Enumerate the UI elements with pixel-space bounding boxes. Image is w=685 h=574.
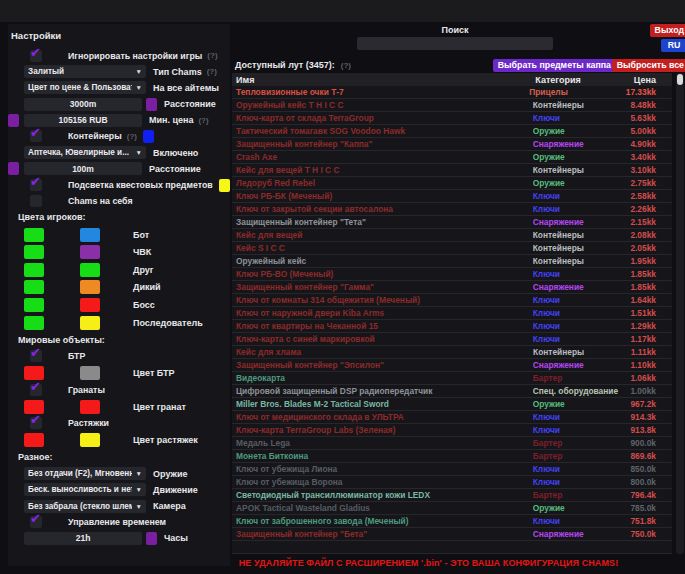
- table-row[interactable]: Монета БиткоинаБартер869.6k: [232, 450, 672, 463]
- table-row[interactable]: Защищенный контейнер "Гамма"Снаряжение1.…: [232, 281, 672, 294]
- color-swatch[interactable]: [80, 263, 100, 277]
- language-button[interactable]: RU: [661, 39, 685, 52]
- color-swatch[interactable]: [80, 316, 100, 330]
- color-swatch[interactable]: [80, 245, 100, 259]
- table-row[interactable]: Ледоруб Red RebelОружие2.75kk: [232, 177, 672, 190]
- settings-row: Залитый▼Тип Chams(?): [8, 65, 230, 78]
- value-input[interactable]: [24, 532, 142, 545]
- table-row[interactable]: Ключ РБ-БК (Меченый)Ключи2.58kk: [232, 190, 672, 203]
- table-row[interactable]: Miller Bros. Blades M-2 Tactical SwordОр…: [232, 398, 672, 411]
- color-swatch[interactable]: [80, 228, 100, 242]
- discard-all-button[interactable]: Выбросить все: [612, 59, 685, 72]
- table-row[interactable]: Защищенный контейнер "Бета"Снаряжение750…: [232, 528, 672, 541]
- table-row[interactable]: Ключ от закрытой секции автосалонаКлючи2…: [232, 203, 672, 216]
- color-swatch[interactable]: [24, 366, 44, 380]
- column-header-price[interactable]: Цена: [634, 75, 672, 85]
- table-row[interactable]: Тактический томагавк SOG Voodoo HawkОруж…: [232, 125, 672, 138]
- table-row[interactable]: Оружейный кейс T H I C CКонтейнеры8.48kk: [232, 99, 672, 112]
- checkbox[interactable]: ✔: [30, 179, 42, 191]
- table-row[interactable]: Ключ от убежища ЛионаКлючи850.0k: [232, 463, 672, 476]
- setting-label: Мин. цена: [149, 115, 193, 125]
- table-row[interactable]: Ключ-карта от склада TerraGroupКлючи5.63…: [232, 112, 672, 125]
- dropdown[interactable]: Беск. выносливость и нет уста:▼: [24, 483, 146, 496]
- loot-item-category: Контейнеры: [533, 347, 631, 357]
- table-row[interactable]: Ключ от заброшенного завода (Меченый)Клю…: [232, 515, 672, 528]
- table-row[interactable]: Защищенный контейнер "Каппа"Снаряжение4.…: [232, 138, 672, 151]
- loot-item-category: Контейнеры: [533, 230, 631, 240]
- dropdown[interactable]: Аптечка, Ювелирные и...▼: [24, 146, 146, 159]
- dropdown[interactable]: Залитый▼: [24, 65, 146, 78]
- color-swatch[interactable]: [80, 400, 100, 414]
- table-row[interactable]: Ключ РБ-ВО (Меченый)Ключи1.85kk: [232, 268, 672, 281]
- table-row[interactable]: Кейс S I C CКонтейнеры2.05kk: [232, 242, 672, 255]
- value-input[interactable]: [24, 162, 142, 175]
- checkbox[interactable]: ✔: [30, 384, 42, 396]
- color-swatch[interactable]: [24, 298, 44, 312]
- table-row[interactable]: [232, 541, 672, 554]
- color-swatch[interactable]: [80, 433, 100, 447]
- color-swatch[interactable]: [24, 280, 44, 294]
- table-row[interactable]: Ключ-карта с синей маркировкойКлючи1.17k…: [232, 333, 672, 346]
- table-row[interactable]: Ключ от квартиры на Чеканной 15Ключи1.29…: [232, 320, 672, 333]
- checkbox-label: Подсветка квестовых предметов: [68, 180, 213, 190]
- table-row[interactable]: Кейс для хламаКонтейнеры1.11kk: [232, 346, 672, 359]
- value-input[interactable]: [24, 98, 142, 111]
- exit-button[interactable]: Выход: [650, 24, 685, 37]
- color-swatch[interactable]: [143, 130, 154, 143]
- table-row[interactable]: Светодиодный трансиллюминатор кожи LEDXБ…: [232, 489, 672, 502]
- checkbox[interactable]: ✔: [30, 130, 42, 142]
- color-swatch[interactable]: [80, 366, 100, 380]
- color-swatch[interactable]: [8, 114, 19, 127]
- dropdown[interactable]: Без забрала (стекло шлема)▼: [24, 500, 146, 513]
- color-swatch[interactable]: [80, 280, 100, 294]
- search-input[interactable]: [357, 37, 553, 50]
- loot-scrollbar-thumb[interactable]: [677, 74, 683, 85]
- table-row[interactable]: Кейс для вещей T H I C CКонтейнеры3.10kk: [232, 164, 672, 177]
- table-row[interactable]: APOK Tactical Wasteland GladiusОружие785…: [232, 502, 672, 515]
- hint-icon[interactable]: (?): [207, 67, 217, 76]
- settings-row: Без отдачи (F2), Мгновенное п▼Оружие: [8, 467, 230, 480]
- checkbox[interactable]: ✔: [30, 417, 42, 429]
- table-row[interactable]: Кейс для вещейКонтейнеры2.08kk: [232, 229, 672, 242]
- value-input[interactable]: [24, 114, 142, 127]
- color-swatch[interactable]: [24, 245, 44, 259]
- checkbox[interactable]: [30, 195, 42, 207]
- checkbox[interactable]: ✔: [30, 50, 42, 62]
- table-row[interactable]: Ключ от медицинского склада в УЛЬТРАКлюч…: [232, 411, 672, 424]
- select-kappa-items-button[interactable]: Выбрать предметы каппа: [493, 59, 616, 72]
- checkbox[interactable]: ✔: [30, 516, 42, 528]
- color-swatch[interactable]: [24, 316, 44, 330]
- loot-count-label: Доступный лут (3457):(?): [235, 60, 351, 70]
- table-row[interactable]: Медаль LegaБартер900.0k: [232, 437, 672, 450]
- table-row[interactable]: Защищенный контейнер "Тета"Снаряжение2.1…: [232, 216, 672, 229]
- color-swatch[interactable]: [219, 179, 230, 192]
- table-row[interactable]: ВидеокартаБартер1.06kk: [232, 372, 672, 385]
- dropdown[interactable]: Цвет по цене & Пользователь▼: [24, 81, 146, 94]
- table-row[interactable]: Ключ от наружной двери Kiba ArmsКлючи1.5…: [232, 307, 672, 320]
- table-row[interactable]: Защищенный контейнер "Эпсилон"Снаряжение…: [232, 359, 672, 372]
- color-swatch[interactable]: [8, 162, 19, 175]
- color-swatch[interactable]: [80, 298, 100, 312]
- table-row[interactable]: Оружейный кейсКонтейнеры1.95kk: [232, 255, 672, 268]
- color-swatch[interactable]: [146, 532, 157, 545]
- checkbox-label: Игнорировать настройки игры: [68, 51, 202, 61]
- table-row[interactable]: Ключ от убежища ВоронаКлючи800.0k: [232, 476, 672, 489]
- table-row[interactable]: Цифровой защищенный DSP радиопередатчикС…: [232, 385, 672, 398]
- color-swatch[interactable]: [146, 98, 157, 111]
- dropdown[interactable]: Без отдачи (F2), Мгновенное п▼: [24, 467, 146, 480]
- hint-icon[interactable]: (?): [198, 116, 208, 125]
- color-swatch[interactable]: [24, 433, 44, 447]
- column-header-category[interactable]: Категория: [535, 75, 634, 85]
- table-row[interactable]: Ключ от комнаты 314 общежития (Меченый)К…: [232, 294, 672, 307]
- table-row[interactable]: Crash AxeОружие3.40kk: [232, 151, 672, 164]
- loot-scrollbar[interactable]: [676, 73, 684, 554]
- checkmark-icon: ✔: [30, 175, 41, 188]
- hint-icon[interactable]: (?): [207, 51, 217, 60]
- color-swatch[interactable]: [24, 263, 44, 277]
- hint-icon[interactable]: (?): [127, 132, 137, 141]
- color-swatch[interactable]: [24, 228, 44, 242]
- table-row[interactable]: Ключ-карта TerraGroup Labs (Зеленая)Ключ…: [232, 424, 672, 437]
- table-row[interactable]: Тепловизионные очки Т-7Прицелы17.33kk: [232, 86, 672, 99]
- checkbox[interactable]: ✔: [30, 350, 42, 362]
- column-header-name[interactable]: Имя: [232, 75, 535, 85]
